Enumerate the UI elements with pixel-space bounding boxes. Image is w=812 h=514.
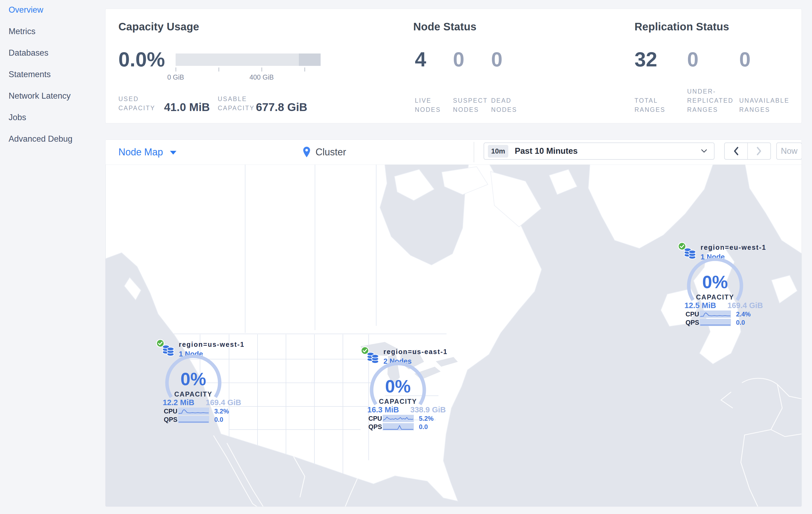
replication-status-section: Replication Status 32 TOTALRANGES 0 UNDE… <box>635 9 795 123</box>
suspect-nodes-label: SUSPECTNODES <box>453 85 488 114</box>
now-button[interactable]: Now <box>776 142 802 160</box>
region-total-capacity: 169.4 GiB <box>727 301 763 310</box>
region-name: region=us-east-1 <box>383 348 447 356</box>
cpu-value: 5.2% <box>419 415 434 422</box>
cpu-value: 2.4% <box>736 310 751 318</box>
region-name: region=eu-west-1 <box>701 244 766 251</box>
qps-label: QPS <box>369 423 382 431</box>
dead-nodes-label: DEADNODES <box>491 85 517 114</box>
sidebar-item-metrics[interactable]: Metrics <box>8 24 105 46</box>
cpu-sparkline <box>383 415 414 422</box>
gauge-label: CAPACITY <box>358 398 438 405</box>
cluster-summary-card: Capacity Usage 0.0% 0 GiB 400 GiB USEDCA… <box>105 8 802 124</box>
node-map-toolbar: Node Map Cluster 10m Past 10 Minutes <box>106 140 802 164</box>
toolbar-divider <box>474 142 474 162</box>
unavailable-ranges-count: 0 <box>739 49 751 70</box>
qps-label: QPS <box>164 416 177 424</box>
region-used-capacity: 12.5 MiB <box>685 301 716 310</box>
region-name: region=us-west-1 <box>179 341 244 348</box>
region-total-capacity: 169.4 GiB <box>206 398 241 407</box>
time-forward-button[interactable] <box>747 143 771 159</box>
gauge-percent: 0% <box>164 369 223 389</box>
usable-capacity-value: 677.8 GiB <box>256 101 307 114</box>
cpu-value: 3.2% <box>214 408 229 415</box>
sidebar-item-overview[interactable]: Overview <box>8 3 105 24</box>
cpu-label: CPU <box>686 310 699 318</box>
time-range-dropdown[interactable]: 10m Past 10 Minutes <box>484 142 715 160</box>
time-back-button[interactable] <box>725 143 747 159</box>
cpu-sparkline <box>700 310 731 318</box>
used-capacity-label: USEDCAPACITY <box>118 94 155 113</box>
capacity-bar-overflow-segment <box>299 54 321 66</box>
usable-capacity-label: USABLECAPACITY <box>218 94 255 113</box>
capacity-usage-title: Capacity Usage <box>118 21 199 33</box>
gauge-percent: 0% <box>686 272 745 292</box>
time-range-badge: 10m <box>488 145 508 158</box>
under-replicated-ranges-count: 0 <box>687 49 698 70</box>
live-nodes-count: 4 <box>415 49 426 70</box>
capacity-axis-label-0: 0 GiB <box>160 73 192 81</box>
cpu-sparkline <box>178 408 209 415</box>
cpu-label: CPU <box>164 408 177 415</box>
qps-sparkline <box>178 416 209 423</box>
used-capacity-value: 41.0 MiB <box>164 101 210 114</box>
view-selector-label: Node Map <box>118 146 163 158</box>
replication-status-title: Replication Status <box>635 21 729 33</box>
time-step-buttons <box>724 142 771 160</box>
live-nodes-label: LIVENODES <box>415 85 441 114</box>
gauge-percent: 0% <box>369 376 428 397</box>
breadcrumb[interactable]: Cluster <box>302 140 346 164</box>
region-total-capacity: 338.9 GiB <box>410 405 446 414</box>
node-map-card: Node Map Cluster 10m Past 10 Minutes <box>105 139 802 507</box>
chevron-left-icon <box>733 146 739 156</box>
caret-down-icon <box>170 151 176 155</box>
qps-value: 0.0 <box>736 319 745 326</box>
node-status-section: Node Status 4 LIVENODES 0 SUSPECTNODES 0… <box>413 9 617 123</box>
region-used-capacity: 16.3 MiB <box>367 405 399 414</box>
chevron-right-icon <box>756 146 762 156</box>
breadcrumb-label: Cluster <box>316 146 346 158</box>
qps-label: QPS <box>686 319 699 326</box>
cpu-label: CPU <box>369 415 382 422</box>
unavailable-ranges-label: UNAVAILABLERANGES <box>739 85 789 114</box>
qps-value: 0.0 <box>419 423 428 431</box>
sidebar-item-databases[interactable]: Databases <box>8 46 105 67</box>
sidebar-item-advanced-debug[interactable]: Advanced Debug <box>8 132 105 153</box>
world-map <box>106 164 802 507</box>
qps-sparkline <box>383 423 414 430</box>
map-pin-icon <box>302 146 311 158</box>
capacity-bar: 0 GiB 400 GiB <box>176 54 321 66</box>
gauge-label: CAPACITY <box>153 390 234 398</box>
sidebar-item-jobs[interactable]: Jobs <box>8 110 105 132</box>
gauge-label: CAPACITY <box>675 293 755 301</box>
total-ranges-count: 32 <box>635 49 657 70</box>
capacity-usage-section: Capacity Usage 0.0% 0 GiB 400 GiB USEDCA… <box>118 9 398 123</box>
total-ranges-label: TOTALRANGES <box>635 85 665 114</box>
view-selector-dropdown[interactable]: Node Map <box>118 140 176 164</box>
under-replicated-ranges-label: UNDER-REPLICATEDRANGES <box>687 85 733 114</box>
sidebar-item-network-latency[interactable]: Network Latency <box>8 89 105 110</box>
node-status-title: Node Status <box>413 21 476 33</box>
dead-nodes-count: 0 <box>491 49 502 70</box>
region-used-capacity: 12.2 MiB <box>163 398 195 407</box>
time-range-label: Past 10 Minutes <box>515 146 578 156</box>
sidebar: Overview Metrics Databases Statements Ne… <box>0 0 105 514</box>
suspect-nodes-count: 0 <box>453 49 464 70</box>
capacity-percent: 0.0% <box>118 49 165 70</box>
qps-sparkline <box>700 319 731 326</box>
capacity-axis-label-400: 400 GiB <box>245 73 278 81</box>
node-map: region=us-west-1 1 Node 0% CAPACITY 12.2… <box>106 164 802 507</box>
qps-value: 0.0 <box>214 416 223 424</box>
chevron-down-icon <box>701 149 707 153</box>
sidebar-item-statements[interactable]: Statements <box>8 67 105 89</box>
